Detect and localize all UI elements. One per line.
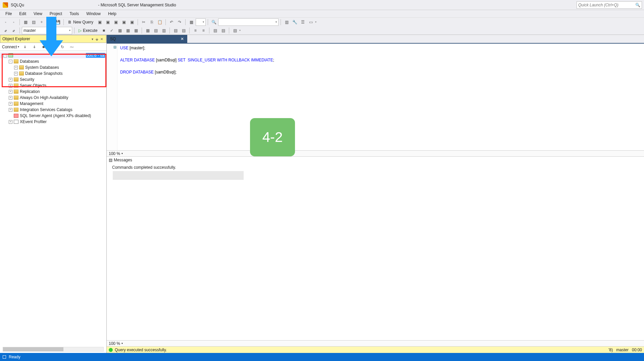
activity-icon[interactable]: ⁓ (68, 43, 76, 51)
nav-fwd-icon[interactable]: ◦ (10, 18, 17, 26)
outdent-icon[interactable]: ≡ (200, 27, 207, 34)
tree-row[interactable]: +Management (0, 101, 106, 107)
close-tab-icon[interactable]: ✕ (181, 37, 184, 41)
tree-row[interactable]: +Replication (0, 89, 106, 95)
connect-server-icon[interactable]: ⸸ (21, 43, 29, 51)
redo-icon[interactable]: ↷ (176, 18, 183, 26)
paste-icon[interactable]: 📋 (156, 18, 163, 26)
dmx-icon[interactable]: ▣ (112, 18, 119, 26)
new-project-icon[interactable]: ▦ (22, 18, 29, 26)
options-icon[interactable]: ▤ (231, 27, 239, 34)
specify-icon[interactable]: ▤ (219, 27, 227, 34)
expand-icon[interactable]: + (14, 72, 18, 75)
sqlcmd-icon[interactable]: ▤ (211, 27, 219, 34)
tree-row[interactable]: +XEvent Profiler (0, 119, 106, 125)
tree-row[interactable]: +Database Snapshots (0, 70, 106, 76)
expand-icon[interactable]: + (9, 102, 12, 106)
refresh-icon[interactable]: ↻ (59, 43, 66, 51)
mdx-icon[interactable]: ▣ (104, 18, 111, 26)
results-file-icon[interactable]: ▥ (160, 27, 167, 34)
activity-icon[interactable]: ▥ (283, 18, 290, 26)
save-icon[interactable]: 💾 (46, 18, 53, 26)
dax-icon[interactable]: ▣ (128, 18, 136, 26)
comment-icon[interactable]: ▤ (172, 27, 179, 34)
connect-button[interactable]: Connect ▾ (2, 45, 19, 49)
execute-button[interactable]: ▷ Execute (77, 27, 99, 34)
expand-icon[interactable]: + (9, 108, 12, 112)
horizontal-scrollbar[interactable] (3, 347, 104, 352)
wrench-icon[interactable]: 🔧 (291, 18, 298, 26)
parse-icon[interactable]: ⸙ (2, 27, 9, 34)
menu-edit[interactable]: Edit (16, 11, 30, 17)
messages-tab-label[interactable]: Messages (114, 158, 132, 162)
overflow-icon[interactable]: ▾ (315, 20, 316, 23)
expand-icon[interactable]: + (9, 84, 12, 88)
menu-project[interactable]: Project (46, 11, 65, 17)
live-stats-icon[interactable]: ▦ (132, 27, 140, 34)
add-icon[interactable]: ＋ (38, 18, 45, 26)
expand-icon[interactable]: + (9, 90, 12, 94)
check-icon[interactable]: ✓ (108, 27, 115, 34)
script-icon[interactable]: ☰ (299, 18, 306, 26)
undo-icon[interactable]: ↶ (168, 18, 175, 26)
object-explorer-tree[interactable]: -000.6 - sa-Databases+System Databases+D… (0, 51, 106, 353)
tree-row[interactable]: -000.6 - sa (0, 52, 106, 58)
indent-icon[interactable]: ≡ (192, 27, 199, 34)
chevron-down-icon[interactable]: ▾ (121, 342, 123, 345)
panel-menu-icon[interactable]: ▾ (90, 37, 95, 41)
filter-icon[interactable]: ▼ (49, 43, 57, 51)
tree-row[interactable]: +System Databases (0, 64, 106, 70)
database-combo[interactable]: master▾ (22, 27, 72, 34)
tree-row[interactable]: -Databases (0, 58, 106, 64)
menu-window[interactable]: Window (83, 11, 104, 17)
pin-icon[interactable]: ⬙ (95, 37, 99, 41)
tree-row[interactable]: SQL Server Agent (Agent XPs disabled) (0, 113, 106, 119)
expand-icon[interactable]: + (14, 66, 18, 69)
new-query-button[interactable]: 🗎 New Query (66, 18, 95, 26)
connect-icon[interactable]: ⸙ (10, 27, 17, 34)
uncomment-icon[interactable]: ▤ (180, 27, 187, 34)
expand-icon[interactable]: - (3, 54, 7, 57)
quick-launch[interactable] (577, 1, 642, 9)
quick-launch-input[interactable] (578, 3, 635, 7)
actual-plan-icon[interactable]: ▦ (124, 27, 132, 34)
search-icon[interactable] (635, 3, 640, 7)
xmla-icon[interactable]: ▣ (120, 18, 128, 26)
close-icon[interactable]: ✕ (99, 37, 104, 41)
layout-icon[interactable]: ▭ (307, 18, 314, 26)
query-tab[interactable]: SQ ✕ (107, 35, 187, 43)
results-text-icon[interactable]: ▤ (152, 27, 159, 34)
expand-icon[interactable]: + (9, 96, 12, 100)
tree-row[interactable]: +Security (0, 76, 106, 83)
find-icon[interactable]: 🔍 (210, 18, 217, 26)
tree-row[interactable]: +Always On High Availability (0, 95, 106, 101)
menu-view[interactable]: View (30, 11, 46, 17)
tree-row[interactable]: +Server Objects (0, 83, 106, 89)
disconnect-icon[interactable]: ⸸ (31, 43, 38, 51)
overflow-icon[interactable]: ▾ (239, 29, 241, 32)
messages-pane[interactable]: Commands completed successfully. (107, 163, 644, 340)
tree-row[interactable]: +Integration Services Catalogs (0, 107, 106, 113)
save-all-icon[interactable]: 💾 (54, 18, 61, 26)
expand-icon[interactable] (9, 114, 12, 118)
menu-tools[interactable]: Tools (66, 11, 82, 17)
expand-icon[interactable]: + (9, 120, 12, 124)
menu-file[interactable]: File (2, 11, 15, 17)
scrollbar-thumb[interactable] (3, 347, 63, 351)
nav-back-icon[interactable]: ◦ (2, 18, 9, 26)
menu-help[interactable]: Help (105, 11, 120, 17)
cut-icon[interactable]: ✂ (140, 18, 147, 26)
solution-combo[interactable]: ▾ (196, 18, 206, 26)
expand-icon[interactable]: - (9, 60, 12, 63)
stop-icon[interactable]: ■ (40, 43, 47, 51)
code-editor[interactable]: ⊟ USE [master]; ALTER DATABASE [samDBsql… (107, 43, 644, 150)
chevron-down-icon[interactable]: ▾ (121, 152, 123, 155)
stop-icon[interactable]: ■ (100, 27, 107, 34)
db-query-icon[interactable]: ▣ (96, 18, 103, 26)
copy-icon[interactable]: ⎘ (148, 18, 155, 26)
code-text[interactable]: USE [master]; ALTER DATABASE [samDBsql] … (117, 44, 644, 150)
expand-icon[interactable]: + (9, 78, 12, 82)
estimated-plan-icon[interactable]: ▦ (116, 27, 123, 34)
find-combo[interactable]: ▾ (218, 18, 279, 26)
results-grid-icon[interactable]: ▦ (144, 27, 151, 34)
